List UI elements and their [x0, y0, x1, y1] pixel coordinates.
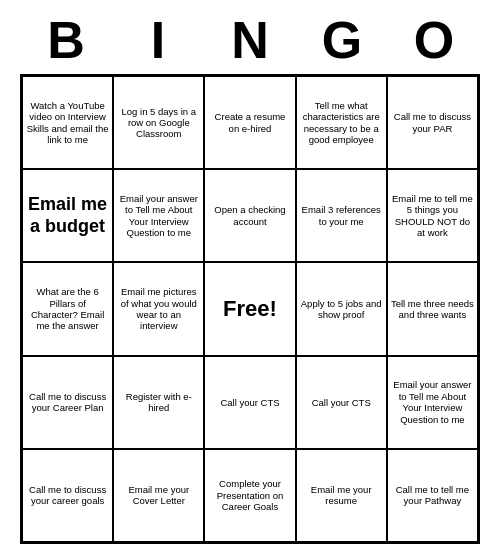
- cell-r4c0: Call me to discuss your career goals: [22, 449, 113, 542]
- cell-r3c3: Call your CTS: [296, 356, 387, 449]
- cell-r4c1: Email me your Cover Letter: [113, 449, 204, 542]
- cell-r3c4: Email your answer to Tell me About Your …: [387, 356, 478, 449]
- cell-r3c1: Register with e-hired: [113, 356, 204, 449]
- cell-r1c3: Email 3 references to your me: [296, 169, 387, 262]
- cell-r0c1: Log in 5 days in a row on Google Classro…: [113, 76, 204, 169]
- cell-r1c0: Email me a budget: [22, 169, 113, 262]
- cell-r2c0: What are the 6 Pillars of Character? Ema…: [22, 262, 113, 355]
- cell-r3c0: Call me to discuss your Career Plan: [22, 356, 113, 449]
- cell-r0c0: Watch a YouTube video on Interview Skill…: [22, 76, 113, 169]
- cell-r2c4: Tell me three needs and three wants: [387, 262, 478, 355]
- bingo-title: BINGO: [20, 10, 480, 70]
- cell-r0c4: Call me to discuss your PAR: [387, 76, 478, 169]
- bingo-letter-B: B: [26, 10, 106, 70]
- cell-r4c3: Email me your resume: [296, 449, 387, 542]
- cell-r0c3: Tell me what characteristics are necessa…: [296, 76, 387, 169]
- cell-r1c4: Email me to tell me 5 things you SHOULD …: [387, 169, 478, 262]
- bingo-letter-G: G: [302, 10, 382, 70]
- cell-r3c2: Call your CTS: [204, 356, 295, 449]
- bingo-letter-O: O: [394, 10, 474, 70]
- bingo-letter-N: N: [210, 10, 290, 70]
- cell-r2c3: Apply to 5 jobs and show proof: [296, 262, 387, 355]
- bingo-letter-I: I: [118, 10, 198, 70]
- cell-r0c2: Create a resume on e-hired: [204, 76, 295, 169]
- cell-r4c4: Call me to tell me your Pathway: [387, 449, 478, 542]
- cell-r2c1: Email me pictures of what you would wear…: [113, 262, 204, 355]
- cell-r1c2: Open a checking account: [204, 169, 295, 262]
- cell-r2c2: Free!: [204, 262, 295, 355]
- bingo-grid: Watch a YouTube video on Interview Skill…: [20, 74, 480, 544]
- cell-r4c2: Complete your Presentation on Career Goa…: [204, 449, 295, 542]
- cell-r1c1: Email your answer to Tell me About Your …: [113, 169, 204, 262]
